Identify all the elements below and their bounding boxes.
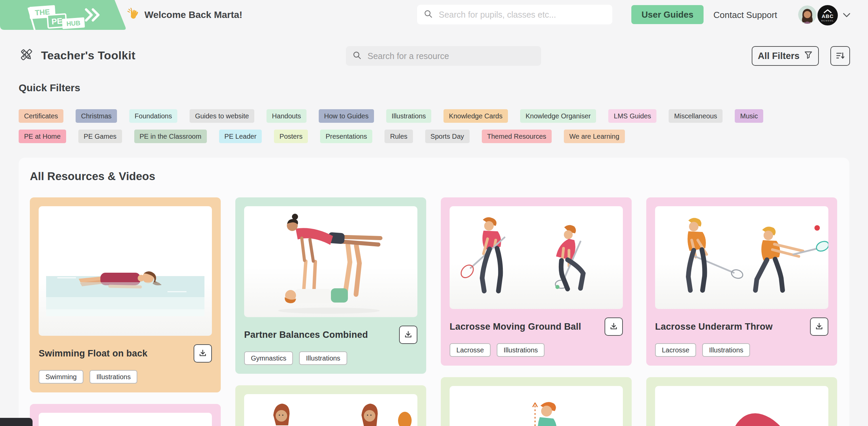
user-guides-button[interactable]: User Guides	[631, 5, 704, 24]
quick-filters-heading: Quick Filters	[19, 82, 80, 94]
resource-card[interactable]	[235, 385, 426, 426]
resource-tag[interactable]: Lacrosse	[655, 343, 696, 357]
top-header: THE PE HUB	[0, 0, 868, 30]
school-badge[interactable]: ABC SCHOOL	[816, 4, 839, 26]
quick-filter-chip[interactable]: Presentations	[320, 130, 372, 143]
quick-filter-chip[interactable]: Handouts	[267, 109, 307, 123]
resource-card[interactable]	[441, 377, 632, 426]
quick-filter-row: PE at HomePE GamesPE in the ClassroomPE …	[19, 130, 625, 143]
pe-hub-logo[interactable]: THE PE HUB	[0, 0, 129, 30]
global-search[interactable]	[417, 5, 612, 24]
svg-text:PE: PE	[51, 16, 63, 26]
cards-column: Lacrosse Underarm Throw LacrosseIllustra…	[646, 197, 837, 426]
resource-card[interactable]	[30, 404, 221, 426]
quick-filter-chip[interactable]: PE at Home	[19, 130, 66, 143]
quick-filter-chip[interactable]: PE Games	[78, 130, 122, 143]
cards-column: Lacrosse Moving Ground Ball LacrosseIllu…	[441, 197, 632, 426]
resources-panel: All Resources & Videos Swimming Float on…	[19, 158, 849, 426]
quick-filter-chip[interactable]: PE in the Classroom	[134, 130, 207, 143]
quick-filter-chip[interactable]: Guides to website	[190, 109, 254, 123]
download-icon	[815, 322, 824, 332]
resource-card[interactable]: Partner Balances Combined GymnasticsIllu…	[235, 197, 426, 374]
resources-heading: All Resources & Videos	[30, 170, 155, 183]
all-filters-label: All Filters	[758, 51, 800, 61]
svg-text:HUB: HUB	[66, 19, 81, 27]
quick-filter-chip[interactable]: Foundations	[129, 109, 177, 123]
cards-column: Swimming Float on back SwimmingIllustrat…	[30, 197, 221, 426]
toolkit-icon	[19, 47, 34, 64]
download-button[interactable]	[399, 326, 417, 344]
resource-tag[interactable]: Illustrations	[497, 343, 545, 357]
resource-tag[interactable]: Illustrations	[90, 370, 137, 384]
contact-support-link[interactable]: Contact Support	[713, 0, 777, 30]
resource-card-tags: LacrosseIllustrations	[450, 343, 623, 357]
quick-filter-chip[interactable]: Posters	[274, 130, 308, 143]
quick-filter-chip[interactable]: Music	[735, 109, 763, 123]
resource-tag[interactable]: Swimming	[39, 370, 83, 384]
download-icon	[609, 322, 618, 332]
quick-filter-chip[interactable]: Certificates	[19, 109, 63, 123]
resource-card-tags: SwimmingIllustrations	[39, 370, 212, 384]
global-search-input[interactable]	[438, 9, 606, 20]
quick-filter-chip[interactable]: PE Leader	[219, 130, 262, 143]
resource-card-tags: GymnasticsIllustrations	[244, 351, 417, 365]
resource-tag[interactable]: Illustrations	[299, 351, 347, 365]
resource-card-tags: LacrosseIllustrations	[655, 343, 828, 357]
resource-tag[interactable]: Illustrations	[702, 343, 750, 357]
quick-filter-chip[interactable]: Knowledge Cards	[443, 109, 508, 123]
filter-icon	[804, 51, 813, 62]
account-chevron-icon[interactable]	[843, 13, 850, 19]
browser-status-pill	[0, 418, 33, 426]
quick-filter-chip[interactable]: Sports Day	[425, 130, 470, 143]
resource-card-title: Swimming Float on back	[39, 348, 147, 359]
quick-filter-chip[interactable]: LMS Guides	[608, 109, 656, 123]
svg-text:SCHOOL: SCHOOL	[821, 20, 834, 22]
svg-text:ABC: ABC	[822, 13, 834, 19]
quick-filter-chip[interactable]: Christmas	[76, 109, 117, 123]
download-button[interactable]	[194, 344, 212, 363]
sort-button[interactable]	[830, 46, 850, 66]
all-filters-button[interactable]: All Filters	[752, 46, 819, 66]
quick-filter-row: CertificatesChristmasFoundationsGuides t…	[19, 109, 763, 123]
resource-tag[interactable]: Gymnastics	[244, 351, 293, 365]
sort-icon	[835, 51, 845, 61]
resource-card-image	[244, 206, 417, 317]
resource-card[interactable]	[646, 377, 837, 426]
resource-card-image	[244, 394, 417, 426]
cards-column: Partner Balances Combined GymnasticsIllu…	[235, 197, 426, 426]
resource-card-image	[655, 206, 828, 309]
resource-cards-grid: Swimming Float on back SwimmingIllustrat…	[30, 197, 837, 426]
resource-card[interactable]: Lacrosse Underarm Throw LacrosseIllustra…	[646, 197, 837, 366]
download-icon	[404, 330, 413, 340]
quick-filter-chip[interactable]: Knowledge Organiser	[520, 109, 596, 123]
resource-card-image	[450, 386, 623, 426]
search-icon	[424, 9, 433, 20]
resource-tag[interactable]: Lacrosse	[450, 343, 491, 357]
resource-card-image	[655, 386, 828, 426]
download-button[interactable]	[810, 317, 828, 336]
wave-hand-icon	[127, 8, 139, 22]
welcome-text: Welcome Back Marta!	[144, 9, 242, 20]
welcome-message: Welcome Back Marta!	[127, 0, 242, 30]
quick-filter-chip[interactable]: Themed Resources	[482, 130, 552, 143]
search-icon	[353, 51, 361, 61]
quick-filter-chip[interactable]: Rules	[384, 130, 413, 143]
quick-filter-chip[interactable]: We are Learning	[564, 130, 625, 143]
quick-filter-chip[interactable]: Illustrations	[386, 109, 431, 123]
resource-card-image	[450, 206, 623, 309]
resource-card-title: Lacrosse Underarm Throw	[655, 322, 773, 332]
resource-card-title: Partner Balances Combined	[244, 330, 368, 340]
resource-search[interactable]	[346, 46, 541, 66]
resource-card[interactable]: Swimming Float on back SwimmingIllustrat…	[30, 197, 221, 392]
download-icon	[198, 349, 207, 359]
page-title: Teacher's Toolkit	[41, 49, 135, 62]
resource-card-image	[39, 206, 212, 336]
download-button[interactable]	[605, 317, 623, 336]
resource-card-title: Lacrosse Moving Ground Ball	[450, 322, 581, 332]
quick-filter-chip[interactable]: Miscellaneous	[669, 109, 723, 123]
quick-filter-chip[interactable]: How to Guides	[319, 109, 374, 123]
resource-search-input[interactable]	[367, 51, 534, 61]
page-title-block: Teacher's Toolkit	[19, 47, 135, 64]
user-avatar[interactable]	[798, 5, 816, 24]
resource-card[interactable]: Lacrosse Moving Ground Ball LacrosseIllu…	[441, 197, 632, 366]
